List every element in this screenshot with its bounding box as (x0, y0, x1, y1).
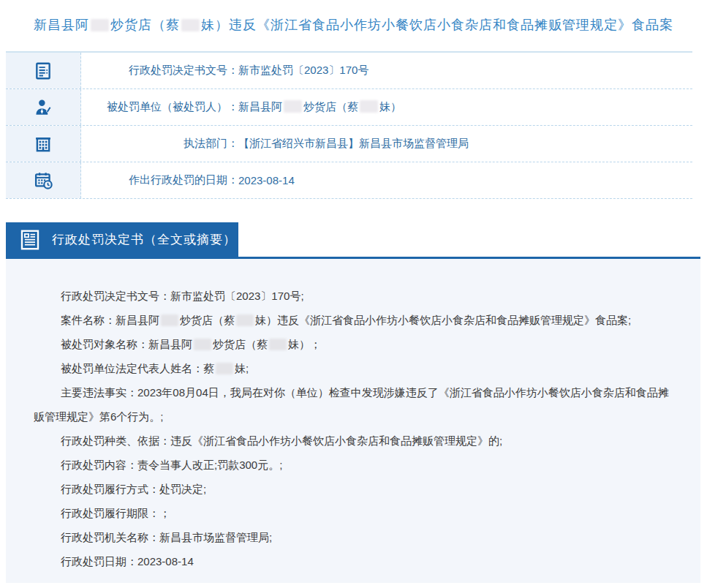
content-text: 行政处罚种类、依据：违反《浙江省食品小作坊小餐饮店小食杂店和食品摊贩管理规定》的… (61, 434, 502, 447)
decision-section-tab: 行政处罚决定书（全文或摘要） (6, 222, 238, 257)
content-text: 行政处罚履行方式：处罚决定; (61, 483, 206, 495)
page-title-text: 妹）违反《浙江省食品小作坊小餐饮店小食杂店和食品摊贩管理规定》食品案 (201, 18, 673, 32)
row-value: 【浙江省绍兴市新昌县】新昌县市场监督管理局 (238, 137, 469, 151)
content-text: 案件名称：新昌县阿 (61, 314, 159, 326)
document-icon (6, 53, 81, 88)
page-title-text: 炒货店（蔡 (110, 18, 180, 32)
redacted-text (216, 363, 233, 374)
row-value: 新昌县阿炒货店（蔡妹） (238, 100, 401, 114)
table-row-content: 行政处罚决定书文号： 新市监处罚〔2023〕170号 (81, 53, 692, 88)
table-row: 被处罚单位（被处罚人）： 新昌县阿炒货店（蔡妹） (6, 89, 692, 126)
content-text: 妹; (235, 362, 249, 374)
decision-content: 行政处罚决定书文号：新市监处罚〔2023〕170号;案件名称：新昌县阿炒货店（蔡… (6, 259, 700, 583)
table-row: 行政处罚决定书文号： 新市监处罚〔2023〕170号 (6, 53, 692, 89)
content-text: 被处罚单位法定代表人姓名：蔡 (61, 362, 214, 374)
content-text: 行政处罚决定书文号：新市监处罚〔2023〕170号; (61, 290, 304, 302)
content-line: 行政处罚内容：责令当事人改正;罚款300元。; (34, 453, 678, 477)
content-text: 行政处罚日期：2023-08-14 (61, 555, 194, 568)
row-value-text: 新昌县阿 (238, 100, 282, 113)
content-text: 主要违法事实：2023年08月04日，我局在对你（单位）检查中发现涉嫌违反了《浙… (34, 386, 669, 423)
content-line: 案件名称：新昌县阿炒货店（蔡妹）违反《浙江省食品小作坊小餐饮店小食杂店和食品摊贩… (34, 308, 678, 332)
page-title-text: 新昌县阿 (34, 18, 89, 32)
content-text: 妹）； (288, 338, 321, 350)
row-value: 新市监处罚〔2023〕170号 (238, 64, 368, 78)
table-row-content: 被处罚单位（被处罚人）： 新昌县阿炒货店（蔡妹） (81, 89, 692, 125)
content-text: 行政处罚履行期限：； (61, 507, 170, 519)
redacted-text (360, 100, 378, 113)
content-line: 行政处罚决定书文号：新市监处罚〔2023〕170号; (34, 284, 678, 308)
building-icon (6, 126, 81, 162)
content-text: 妹）违反《浙江省食品小作坊小餐饮店小食杂店和食品摊贩管理规定》食品案; (255, 314, 631, 326)
redacted-text (91, 19, 109, 31)
content-line: 行政处罚种类、依据：违反《浙江省食品小作坊小餐饮店小食杂店和食品摊贩管理规定》的… (34, 429, 678, 453)
content-line: 主要违法事实：2023年08月04日，我局在对你（单位）检查中发现涉嫌违反了《浙… (34, 380, 678, 429)
content-line: 行政处罚日期：2023-08-14 (34, 549, 678, 573)
content-text: 行政处罚内容：责令当事人改正;罚款300元。; (61, 459, 282, 471)
penalty-summary-table: 行政处罚决定书文号： 新市监处罚〔2023〕170号 被处罚单位（被处罚人）： … (6, 51, 692, 199)
redacted-text (269, 339, 287, 350)
redacted-text (236, 314, 254, 326)
decision-lines: 行政处罚决定书文号：新市监处罚〔2023〕170号;案件名称：新昌县阿炒货店（蔡… (34, 284, 678, 573)
row-value-text: 妹） (379, 100, 401, 113)
content-text: 炒货店（蔡 (213, 338, 268, 350)
table-row-content: 执法部门： 【浙江省绍兴市新昌县】新昌县市场监督管理局 (81, 126, 692, 162)
content-text: 炒货店（蔡 (180, 314, 235, 326)
redacted-text (194, 339, 211, 350)
decision-doc-icon (19, 229, 41, 251)
content-line: 被处罚对象名称：新昌县阿炒货店（蔡妹）； (34, 332, 678, 356)
table-row: 作出行政处罚的日期： 2023-08-14 (6, 162, 692, 198)
content-text: 被处罚对象名称：新昌县阿 (61, 338, 192, 350)
row-label: 被处罚单位（被处罚人）： (81, 100, 238, 114)
row-label: 行政处罚决定书文号： (81, 64, 238, 78)
redacted-text (161, 314, 178, 326)
row-value-text: 炒货店（蔡 (303, 100, 358, 113)
content-line: 行政处罚履行期限：； (34, 501, 678, 525)
content-line: 被处罚单位法定代表人姓名：蔡妹; (34, 356, 678, 380)
table-row: 执法部门： 【浙江省绍兴市新昌县】新昌县市场监督管理局 (6, 126, 692, 162)
content-text: 行政处罚机关名称：新昌县市场监督管理局; (61, 531, 272, 543)
calendar-clock-icon (6, 162, 81, 198)
row-label: 执法部门： (81, 137, 238, 151)
redacted-text (284, 100, 302, 113)
table-row-content: 作出行政处罚的日期： 2023-08-14 (81, 162, 692, 198)
row-value: 2023-08-14 (238, 174, 295, 186)
decision-section-header: 行政处罚决定书（全文或摘要） (6, 222, 700, 259)
redacted-text (181, 19, 200, 31)
content-line: 行政处罚机关名称：新昌县市场监督管理局; (34, 525, 678, 549)
row-label: 作出行政处罚的日期： (81, 173, 238, 187)
content-line: 行政处罚履行方式：处罚决定; (34, 477, 678, 501)
page-title: 新昌县阿炒货店（蔡妹）违反《浙江省食品小作坊小餐饮店小食杂店和食品摊贩管理规定》… (0, 0, 707, 34)
section-title: 行政处罚决定书（全文或摘要） (52, 231, 236, 248)
person-edit-icon (6, 89, 81, 125)
